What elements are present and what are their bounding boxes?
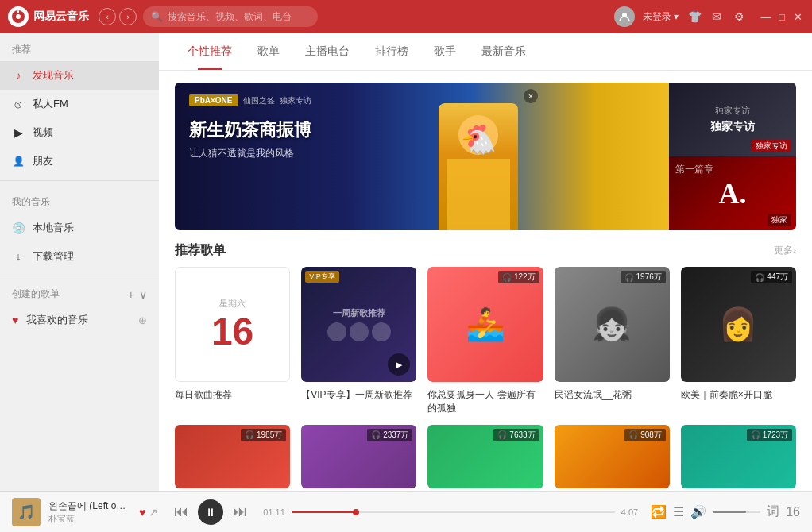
loop-icon[interactable]: 🔁 (651, 504, 667, 519)
scroll-content[interactable]: PbA×ONE 仙国之签 独家专访 新生奶茶商振博 让人猜不透就是我的风格 (159, 71, 812, 491)
expand-playlist-icon[interactable]: ∨ (139, 288, 147, 301)
banner-close-button[interactable]: × (524, 89, 538, 103)
titlebar-icons: 👕 ✉ ⚙ (686, 9, 747, 25)
side-bottom-text: A. (719, 177, 747, 210)
playlist-thumb-bg: 🚣 (427, 267, 543, 382)
nav-back-button[interactable]: ‹ (99, 8, 116, 25)
prev-button[interactable]: ⏮ (174, 503, 188, 520)
local-icon: 💿 (12, 222, 25, 234)
playlist-thumb-daily: 星期六 16 (175, 267, 290, 382)
playlist-card-lonely[interactable]: 🚣 🎧 122万 你总要孤身一人 尝遍所有的孤独 (427, 267, 543, 415)
recommended-section-header: 推荐歌单 更多› (175, 242, 796, 259)
playlist-header-icons: + ∨ (128, 288, 147, 301)
side-bottom-label: 独家 (768, 214, 791, 226)
banner-side-bottom[interactable]: 第一篇章 A. 独家 (669, 156, 796, 230)
pause-button[interactable]: ⏸ (198, 499, 223, 525)
bottom-card-4[interactable]: 🎧 1723万 (681, 425, 796, 488)
bottom-card-2[interactable]: 🎧 7633万 (427, 425, 543, 488)
bottom-card-1[interactable]: 🎧 2337万 (301, 425, 416, 488)
play-count: 🎧 1985万 (241, 429, 286, 441)
player-track-info: 왼손끝에 (Left ove... 朴宝蓝 (48, 499, 128, 525)
sidebar-divider-2 (0, 276, 159, 276)
avatar (614, 6, 635, 27)
volume-bar[interactable] (713, 511, 760, 513)
lyrics-icon[interactable]: 词 (767, 503, 779, 520)
download-icon: ↓ (12, 250, 25, 263)
tab-new-music[interactable]: 最新音乐 (469, 33, 539, 70)
sidebar-section-recommend: 推荐 (0, 33, 159, 61)
banner-main[interactable]: PbA×ONE 仙国之签 独家专访 新生奶茶商振博 让人猜不透就是我的风格 (175, 83, 669, 230)
player-track-thumb: 🎵 (12, 498, 41, 526)
player-track-actions: ♥ ↗ (139, 506, 158, 519)
volume-icon[interactable]: 🔊 (690, 504, 706, 519)
search-icon: 🔍 (151, 11, 163, 22)
sidebar-item-local[interactable]: 💿 本地音乐 (0, 214, 159, 242)
tab-recommend[interactable]: 个性推荐 (175, 33, 245, 70)
play-count: 🎧 7633万 (493, 429, 539, 441)
title-bar: 网易云音乐 ‹ › 🔍 未登录 ▾ 👕 ✉ ⚙ — □ ✕ (0, 0, 812, 33)
playlist-grid: 星期六 16 每日歌曲推荐 一周新歌推荐 (175, 267, 796, 415)
tab-chart[interactable]: 排行榜 (362, 33, 421, 70)
playlist-thumb-bg: 👩 (681, 267, 796, 382)
minimize-button[interactable]: — (760, 10, 772, 23)
playlist-card-daily[interactable]: 星期六 16 每日歌曲推荐 (175, 267, 290, 415)
play-count: 🎧 122万 (498, 271, 539, 283)
user-login-button[interactable]: 未登录 ▾ (643, 10, 679, 24)
bottom-card-3[interactable]: 🎧 908万 (555, 425, 670, 488)
banner-title: 新生奶茶商振博 (189, 118, 311, 142)
tab-singers[interactable]: 歌手 (421, 33, 469, 70)
sidebar-item-label: 视频 (33, 125, 53, 140)
playlist-card-vip[interactable]: 一周新歌推荐 VIP专享 ▶ 【VIP专享】一周新歌推荐 (301, 267, 416, 415)
bottom-card-0[interactable]: 🎧 1985万 (175, 425, 290, 488)
close-button[interactable]: ✕ (791, 10, 804, 23)
friends-icon: 👤 (12, 155, 25, 168)
section-more-button[interactable]: 更多› (774, 244, 796, 257)
titlebar-right: 未登录 ▾ 👕 ✉ ⚙ — □ ✕ (614, 6, 804, 27)
search-bar[interactable]: 🔍 (143, 6, 318, 27)
player-share-button[interactable]: ↗ (149, 506, 158, 519)
app-logo: 网易云音乐 (8, 6, 89, 27)
discover-icon: ♪ (12, 69, 25, 82)
playlist-item-liked[interactable]: ♥ 我喜欢的音乐 ⊕ (0, 306, 159, 334)
side-top-label: 独家专访 (752, 140, 791, 152)
day-number: 16 (211, 313, 253, 351)
progress-thumb (353, 509, 359, 515)
playlist-card-europe[interactable]: 👩 🎧 447万 欧美｜前奏脆×开口脆 (681, 267, 796, 415)
vip-badge: VIP专享 (305, 271, 339, 283)
maximize-button[interactable]: □ (775, 10, 788, 23)
volume-filled (713, 511, 746, 513)
side-top-text: 独家专访 (710, 120, 755, 134)
current-time: 01:11 (263, 507, 285, 517)
banner-side-top[interactable]: 独家专访 独家专访 独家专访 (669, 83, 796, 156)
sidebar-item-video[interactable]: ▶ 视频 (0, 118, 159, 147)
progress-bar[interactable] (292, 511, 615, 513)
play-count: 🎧 908万 (624, 429, 666, 441)
sidebar-item-fm[interactable]: ◎ 私人FM (0, 90, 159, 118)
player-like-button[interactable]: ♥ (139, 506, 145, 519)
settings-icon[interactable]: ⚙ (731, 9, 747, 25)
sidebar-item-friends[interactable]: 👤 朋友 (0, 147, 159, 175)
tab-songs[interactable]: 歌单 (245, 33, 292, 70)
next-button[interactable]: ⏭ (233, 503, 247, 520)
play-count: 🎧 447万 (751, 271, 792, 283)
created-playlists-label: 创建的歌单 (12, 287, 128, 301)
playlist-card-folk[interactable]: 👧 🎧 1976万 民谣女流氓__花粥 (555, 267, 670, 415)
search-input[interactable] (168, 11, 310, 22)
mail-icon[interactable]: ✉ (709, 9, 725, 25)
shirt-icon[interactable]: 👕 (686, 9, 702, 25)
tab-radio[interactable]: 主播电台 (292, 33, 362, 70)
sidebar-item-label: 下载管理 (33, 249, 74, 264)
nav-forward-button[interactable]: › (119, 8, 137, 25)
playlist-icon[interactable]: ☰ (673, 504, 684, 519)
sidebar-item-download[interactable]: ↓ 下载管理 (0, 242, 159, 271)
sidebar-item-label: 朋友 (33, 154, 53, 168)
sidebar-item-label: 私人FM (33, 97, 68, 111)
sidebar-item-label: 发现音乐 (33, 68, 74, 83)
sidebar-item-discover[interactable]: ♪ 发现音乐 (0, 61, 159, 90)
banner-area: PbA×ONE 仙国之签 独家专访 新生奶茶商振博 让人猜不透就是我的风格 (175, 83, 796, 230)
bottom-grid: 🎧 1985万 🎧 2337万 🎧 7633万 (175, 425, 796, 488)
add-playlist-icon[interactable]: + (128, 288, 134, 301)
logo-icon (8, 6, 29, 27)
player-track-artist: 朴宝蓝 (48, 513, 128, 525)
tabs-bar: 个性推荐 歌单 主播电台 排行榜 歌手 最新音乐 (159, 33, 812, 71)
